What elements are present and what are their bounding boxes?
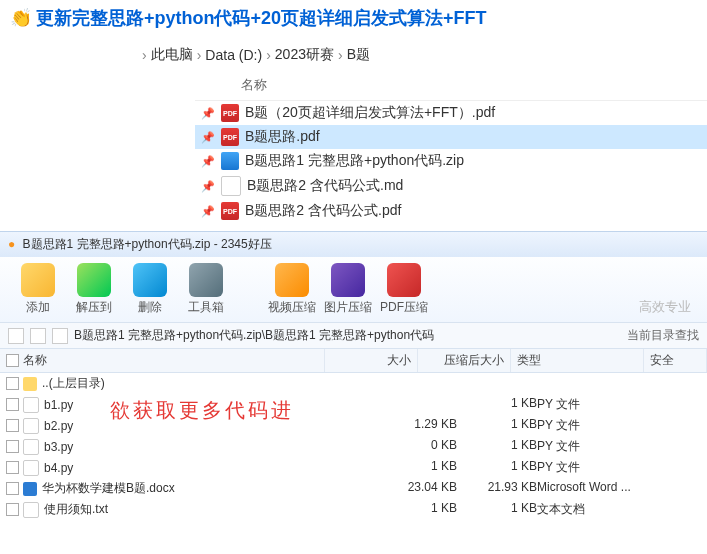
column-header-name[interactable]: 名称 xyxy=(195,74,707,101)
add-button[interactable]: 添加 xyxy=(10,263,66,316)
row-security xyxy=(657,396,707,413)
py-file-icon xyxy=(23,439,39,455)
col-compressed[interactable]: 压缩后大小 xyxy=(418,349,511,372)
breadcrumb-item[interactable]: Data (D:) xyxy=(203,47,264,63)
video-icon xyxy=(275,263,309,297)
archive-app-window: ● B题思路1 完整思路+python代码.zip - 2345好压 添加 解压… xyxy=(0,231,707,520)
file-row[interactable]: 📌B题思路1 完整思路+python代码.zip xyxy=(195,149,707,173)
row-type: PY 文件 xyxy=(537,438,657,455)
md-icon xyxy=(221,176,241,196)
chevron-icon: › xyxy=(264,47,273,63)
file-name: B题思路2 含代码公式.md xyxy=(247,177,403,195)
file-name: B题思路1 完整思路+python代码.zip xyxy=(245,152,464,170)
pin-icon: 📌 xyxy=(195,180,221,193)
breadcrumb-item[interactable]: 此电脑 xyxy=(149,46,195,64)
row-size: 0 KB xyxy=(377,438,457,455)
grid-row[interactable]: b3.py0 KB1 KBPY 文件 xyxy=(0,436,707,457)
row-checkbox[interactable] xyxy=(6,503,19,516)
row-filename: ..(上层目录) xyxy=(42,375,105,392)
row-checkbox[interactable] xyxy=(6,461,19,474)
chevron-icon: › xyxy=(336,47,345,63)
pin-icon: 📌 xyxy=(195,107,221,120)
nav-back-icon[interactable] xyxy=(8,328,24,344)
delete-icon xyxy=(133,263,167,297)
grid-columns: 名称 大小 压缩后大小 类型 安全 xyxy=(0,349,707,373)
file-row[interactable]: 📌PDFB题思路.pdf xyxy=(195,125,707,149)
zip-icon xyxy=(221,152,239,170)
py-file-icon xyxy=(23,460,39,476)
app-title-text: B题思路1 完整思路+python代码.zip - 2345好压 xyxy=(23,237,272,251)
row-filename: b4.py xyxy=(44,461,73,475)
app-icon: ● xyxy=(8,237,15,251)
grid-row[interactable]: b1.py1 KBPY 文件 xyxy=(0,394,707,415)
grid-row[interactable]: 使用须知.txt1 KB1 KB文本文档 xyxy=(0,499,707,520)
extract-icon xyxy=(77,263,111,297)
row-security xyxy=(657,375,707,392)
clap-icon: 👏 xyxy=(10,7,32,29)
row-security xyxy=(657,480,707,497)
row-security xyxy=(657,438,707,455)
nav-fwd-icon[interactable] xyxy=(30,328,46,344)
doc-file-icon xyxy=(23,482,37,496)
pdf-icon: PDF xyxy=(221,104,239,122)
row-type: PY 文件 xyxy=(537,459,657,476)
row-compressed: 1 KB xyxy=(457,501,537,518)
pin-icon: 📌 xyxy=(195,131,221,144)
folder-file-icon xyxy=(23,377,37,391)
file-name: B题思路2 含代码公式.pdf xyxy=(245,202,401,220)
path-search-label[interactable]: 当前目录查找 xyxy=(627,327,699,344)
video-compress-button[interactable]: 视频压缩 xyxy=(264,263,320,316)
row-checkbox[interactable] xyxy=(6,419,19,432)
row-checkbox[interactable] xyxy=(6,398,19,411)
toolbox-icon xyxy=(189,263,223,297)
delete-button[interactable]: 删除 xyxy=(122,263,178,316)
file-name: B题（20页超详细启发式算法+FFT）.pdf xyxy=(245,104,495,122)
toolbox-button[interactable]: 工具箱 xyxy=(178,263,234,316)
grid-row[interactable]: 华为杯数学建模B题.docx23.04 KB21.93 KBMicrosoft … xyxy=(0,478,707,499)
row-size xyxy=(377,396,457,413)
pdf-compress-button[interactable]: PDF压缩 xyxy=(376,263,432,316)
file-name: B题思路.pdf xyxy=(245,128,320,146)
txt-file-icon xyxy=(23,502,39,518)
grid-body: ..(上层目录)b1.py1 KBPY 文件b2.py1.29 KB1 KBPY… xyxy=(0,373,707,520)
col-size[interactable]: 大小 xyxy=(325,349,418,372)
row-type: 文本文档 xyxy=(537,501,657,518)
nav-up-icon[interactable] xyxy=(52,328,68,344)
breadcrumb-item[interactable]: 2023研赛 xyxy=(273,46,336,64)
breadcrumb-item[interactable]: B题 xyxy=(345,46,372,64)
row-compressed: 1 KB xyxy=(457,396,537,413)
row-checkbox[interactable] xyxy=(6,440,19,453)
extract-button[interactable]: 解压到 xyxy=(66,263,122,316)
col-security[interactable]: 安全 xyxy=(644,349,707,372)
row-type: PY 文件 xyxy=(537,417,657,434)
row-compressed xyxy=(457,375,537,392)
row-type xyxy=(537,375,657,392)
col-type[interactable]: 类型 xyxy=(511,349,644,372)
image-compress-button[interactable]: 图片压缩 xyxy=(320,263,376,316)
row-compressed: 1 KB xyxy=(457,459,537,476)
pdf-icon: PDF xyxy=(221,128,239,146)
row-type: PY 文件 xyxy=(537,396,657,413)
select-all-checkbox[interactable] xyxy=(6,354,19,367)
file-row[interactable]: 📌PDFB题（20页超详细启发式算法+FFT）.pdf xyxy=(195,101,707,125)
file-row[interactable]: 📌B题思路2 含代码公式.md xyxy=(195,173,707,199)
file-row[interactable]: 📌PDFB题思路2 含代码公式.pdf xyxy=(195,199,707,223)
row-checkbox[interactable] xyxy=(6,482,19,495)
pdf-icon xyxy=(387,263,421,297)
col-name[interactable]: 名称 xyxy=(23,352,47,369)
row-size: 1 KB xyxy=(377,501,457,518)
path-text[interactable]: B题思路1 完整思路+python代码.zip\B题思路1 完整思路+pytho… xyxy=(74,327,627,344)
breadcrumb: ›此电脑›Data (D:)›2023研赛›B题 xyxy=(0,36,707,74)
overlay-text: 欲获取更多代码进 xyxy=(110,397,294,424)
row-size: 1.29 KB xyxy=(377,417,457,434)
row-filename: b2.py xyxy=(44,419,73,433)
row-filename: 华为杯数学建模B题.docx xyxy=(42,480,175,497)
app-titlebar: ● B题思路1 完整思路+python代码.zip - 2345好压 xyxy=(0,231,707,257)
pdf-icon: PDF xyxy=(221,202,239,220)
row-filename: b3.py xyxy=(44,440,73,454)
grid-row[interactable]: b4.py1 KB1 KBPY 文件 xyxy=(0,457,707,478)
grid-row[interactable]: b2.py1.29 KB1 KBPY 文件 xyxy=(0,415,707,436)
page-title: 更新完整思路+python代码+20页超详细启发式算法+FFT xyxy=(36,6,487,30)
row-checkbox[interactable] xyxy=(6,377,19,390)
grid-row[interactable]: ..(上层目录) xyxy=(0,373,707,394)
